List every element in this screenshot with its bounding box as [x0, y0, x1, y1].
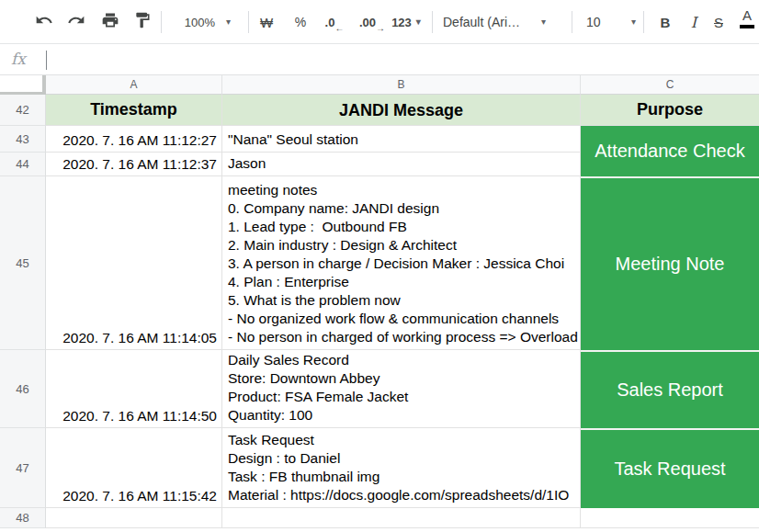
cell-b42-message-header[interactable]: JANDI Message: [222, 95, 581, 126]
cell-c42-purpose-header[interactable]: Purpose: [581, 95, 759, 126]
text-color-swatch: [740, 25, 754, 28]
cell-a48[interactable]: [46, 508, 222, 528]
toolbar-separator: [643, 11, 644, 33]
zoom-value: 100%: [185, 16, 215, 29]
cell-a44-timestamp[interactable]: 2020. 7. 16 AM 11:12:37: [46, 153, 222, 176]
format-currency-button[interactable]: ₩: [254, 0, 279, 44]
cell-c43-44-purpose[interactable]: Attendance Check: [581, 126, 759, 176]
print-icon: [101, 11, 119, 33]
formula-cursor: [46, 51, 47, 70]
bold-button[interactable]: B: [652, 0, 678, 44]
formula-bar: fx: [0, 45, 759, 75]
cell-b48[interactable]: [222, 508, 581, 528]
redo-button[interactable]: [63, 0, 89, 44]
spreadsheet-grid: A B C 42 Timestamp JANDI Message Purpose…: [0, 75, 759, 532]
cell-a47-timestamp[interactable]: 2020. 7. 16 AM 11:15:42: [46, 428, 222, 508]
cell-b45-message[interactable]: meeting notes 0. Company name: JANDI des…: [222, 176, 581, 350]
increase-decimal-button[interactable]: .00→: [351, 0, 384, 44]
row-header-45[interactable]: 45: [0, 176, 46, 350]
row-header-42[interactable]: 42: [0, 95, 46, 126]
cell-a43-timestamp[interactable]: 2020. 7. 16 AM 11:12:27: [46, 126, 222, 153]
cell-c45-purpose[interactable]: Meeting Note: [581, 176, 759, 350]
toolbar-separator: [248, 11, 249, 33]
column-header-a[interactable]: A: [46, 75, 222, 95]
toolbar: 100% ▾ ₩ % .0← .00→ 123 ▾ Default (Ari… …: [0, 0, 759, 44]
toolbar-separator: [432, 11, 433, 33]
increase-decimal-icon: .00→: [359, 16, 376, 29]
paint-roller-icon: [133, 11, 152, 33]
column-header-c[interactable]: C: [581, 75, 759, 95]
zoom-select[interactable]: 100% ▾: [168, 0, 247, 44]
won-currency-icon: ₩: [260, 15, 273, 30]
cell-b44-message[interactable]: Jason: [222, 153, 581, 176]
font-family-value: Default (Ari…: [443, 15, 520, 29]
undo-button[interactable]: [31, 0, 57, 44]
strikethrough-icon: S: [714, 15, 723, 30]
decrease-decimal-button[interactable]: .0←: [316, 0, 344, 44]
strikethrough-button[interactable]: S: [706, 0, 731, 44]
select-all-corner[interactable]: [0, 75, 46, 95]
cell-a45-timestamp[interactable]: 2020. 7. 16 AM 11:14:05: [46, 176, 222, 350]
chevron-down-icon: ▾: [226, 17, 231, 27]
undo-icon: [35, 11, 53, 33]
redo-icon: [67, 11, 85, 33]
chevron-down-icon: ▾: [416, 17, 421, 27]
formula-input[interactable]: [53, 45, 752, 74]
percent-icon: %: [295, 15, 306, 29]
cell-b43-message[interactable]: "Nana" Seoul station: [222, 126, 581, 153]
column-header-b[interactable]: B: [222, 75, 581, 95]
cell-c47-purpose[interactable]: Task Request: [581, 428, 759, 508]
cell-a42-timestamp-header[interactable]: Timestamp: [46, 95, 222, 126]
font-size-select[interactable]: 10 ▾: [579, 0, 636, 44]
toolbar-separator: [161, 11, 162, 33]
print-button[interactable]: [97, 0, 123, 44]
row-header-46[interactable]: 46: [0, 350, 46, 428]
cell-b47-message[interactable]: Task Request Design : to Daniel Task : F…: [222, 428, 581, 508]
row-header-47[interactable]: 47: [0, 428, 46, 508]
number-format-button[interactable]: 123 ▾: [382, 0, 430, 44]
cell-c46-purpose[interactable]: Sales Report: [581, 350, 759, 428]
bold-icon: B: [661, 15, 671, 30]
format-percent-button[interactable]: %: [288, 0, 313, 44]
number-format-label: 123: [391, 16, 412, 29]
text-color-button[interactable]: A: [733, 0, 759, 44]
paint-format-button[interactable]: [130, 0, 155, 44]
google-sheets-app: 100% ▾ ₩ % .0← .00→ 123 ▾ Default (Ari… …: [0, 0, 759, 532]
cell-b46-message[interactable]: Daily Sales Record Store: Downtown Abbey…: [222, 350, 581, 428]
toolbar-separator: [572, 11, 572, 33]
cell-c48[interactable]: [581, 508, 759, 528]
font-family-select[interactable]: Default (Ari… ▾: [443, 0, 546, 44]
chevron-down-icon: ▾: [631, 17, 636, 27]
italic-button[interactable]: I: [681, 0, 707, 44]
decrease-decimal-icon: .0←: [325, 16, 335, 29]
cell-a46-timestamp[interactable]: 2020. 7. 16 AM 11:14:50: [46, 350, 222, 428]
row-header-44[interactable]: 44: [0, 153, 46, 176]
formula-fx-label: fx: [11, 50, 26, 68]
chevron-down-icon: ▾: [541, 17, 546, 27]
font-size-value: 10: [579, 15, 601, 29]
row-header-48[interactable]: 48: [0, 508, 46, 528]
text-color-icon: A: [742, 7, 752, 23]
italic-icon: I: [691, 14, 697, 31]
row-header-43[interactable]: 43: [0, 126, 46, 153]
